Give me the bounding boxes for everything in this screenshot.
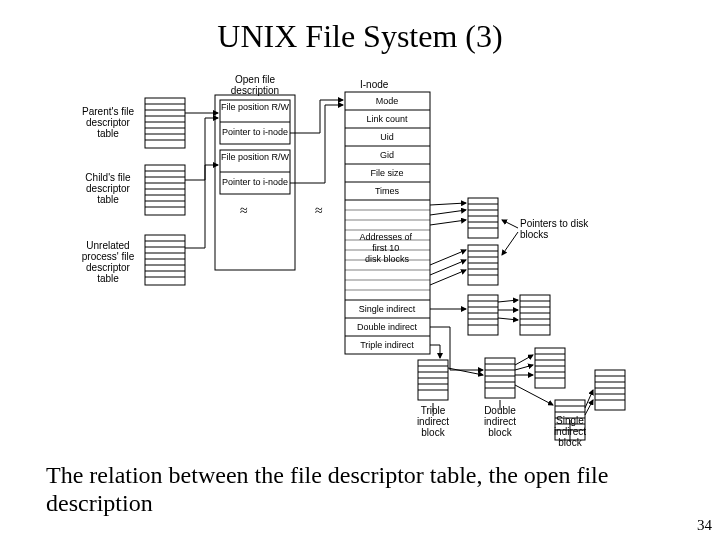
svg-text:Uid: Uid: [380, 132, 394, 142]
ofd-e2b: Pointer to i-node: [222, 177, 288, 187]
svg-line-146: [448, 368, 483, 375]
svg-text:Times: Times: [375, 186, 400, 196]
ofd-e1a: File position R/W: [221, 102, 290, 112]
svg-line-84: [430, 203, 466, 205]
direct-blocks: [468, 198, 498, 285]
svg-line-124: [515, 365, 533, 370]
svg-text:≈: ≈: [315, 203, 323, 218]
svg-line-107: [498, 318, 518, 320]
slide-title: UNIX File System (3): [0, 0, 720, 55]
svg-text:Addresses of
      first 10
  : Addresses of first 10 disk blocks: [359, 232, 414, 264]
svg-line-90: [502, 220, 518, 228]
svg-text:Mode: Mode: [376, 96, 399, 106]
inode-box: Mode Link count Uid Gid File size Times …: [345, 92, 430, 354]
unrelated-fd-table: [145, 235, 185, 285]
ofd-e2a: File position R/W: [221, 152, 290, 162]
page-number: 34: [697, 517, 712, 534]
diagram-svg: File position R/W Pointer to i-node File…: [90, 70, 650, 450]
svg-line-91: [502, 232, 518, 255]
parent-fd-table: [145, 98, 185, 148]
svg-line-123: [515, 355, 533, 365]
svg-line-148: [585, 390, 593, 408]
svg-text:Gid: Gid: [380, 150, 394, 160]
double-ind-block: [485, 358, 515, 398]
svg-line-105: [498, 300, 518, 302]
svg-line-86: [430, 220, 466, 225]
svg-text:≈: ≈: [240, 203, 248, 218]
svg-line-85: [430, 210, 466, 215]
ofd-e1b: Pointer to i-node: [222, 127, 288, 137]
svg-line-149: [585, 400, 593, 415]
svg-text:Single indirect: Single indirect: [359, 304, 416, 314]
svg-text:Link count: Link count: [366, 114, 408, 124]
svg-text:Double indirect: Double indirect: [357, 322, 418, 332]
child-fd-table: [145, 165, 185, 215]
triple-ind-block: [418, 360, 448, 400]
single-ind-block: [468, 295, 498, 335]
caption: The relation between the file descriptor…: [46, 462, 676, 517]
svg-text:Triple indirect: Triple indirect: [360, 340, 414, 350]
svg-text:File size: File size: [370, 168, 403, 178]
diagram: Parent's file descriptor table Child's f…: [90, 70, 650, 450]
